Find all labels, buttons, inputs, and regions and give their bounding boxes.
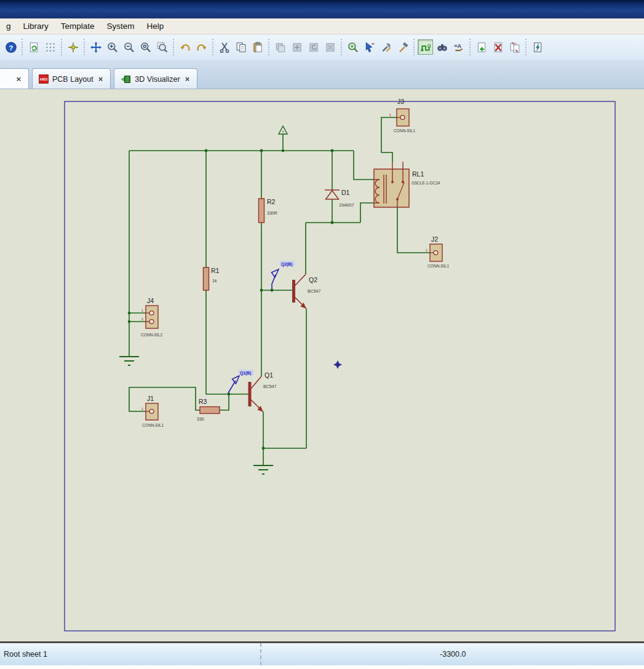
ground-symbol-left[interactable] xyxy=(119,357,139,365)
menu-item-system[interactable]: System xyxy=(101,20,141,33)
menu-item-template[interactable]: Template xyxy=(55,20,101,33)
component-rl1[interactable]: RL1 G5CLE-1-DC24 xyxy=(374,162,440,207)
wire-j1-loop[interactable] xyxy=(129,387,200,411)
ares-icon: ARES xyxy=(39,74,49,84)
zoom-in-button[interactable] xyxy=(105,39,120,55)
pick-button[interactable] xyxy=(395,39,410,55)
toolbar-separator xyxy=(212,39,213,55)
netlist-button[interactable] xyxy=(530,39,545,55)
tab-3d-visualizer[interactable]: 3D Visualizer × xyxy=(114,68,197,89)
tab-close-icon[interactable]: × xyxy=(184,74,191,84)
component-q1[interactable]: Q1 BC547 xyxy=(248,371,277,412)
power-symbol[interactable] xyxy=(279,126,287,134)
tab-schematic-partial[interactable]: × xyxy=(0,68,29,89)
block-move-button[interactable] xyxy=(289,39,304,55)
zoom-area-icon xyxy=(157,42,168,53)
wire-rail-to-coil[interactable] xyxy=(354,151,375,180)
origin-button[interactable] xyxy=(65,39,81,55)
tools-icon xyxy=(381,42,392,53)
menu-item-partial[interactable]: g xyxy=(0,20,17,33)
copy-button[interactable] xyxy=(233,39,248,55)
component-j2[interactable]: J2 CONN-SIL1 1 xyxy=(426,236,450,268)
wire-j3-to-relay[interactable] xyxy=(381,117,397,162)
copy-icon xyxy=(236,42,247,53)
component-j4[interactable]: J4 CONN-SIL2 1 2 xyxy=(141,297,163,337)
block-move-icon xyxy=(292,42,303,53)
redo-icon xyxy=(196,42,207,53)
wire-relay-to-j2[interactable] xyxy=(397,207,430,253)
tools-button[interactable] xyxy=(378,39,394,55)
svg-text:Q1(B): Q1(B) xyxy=(240,371,252,376)
toolbar-separator xyxy=(341,39,342,55)
component-r3[interactable]: R3 330 xyxy=(197,398,220,421)
zoom-area-button[interactable] xyxy=(154,39,170,55)
status-bar: Root sheet 1 -3300.0 xyxy=(0,643,644,665)
svg-text:Q1: Q1 xyxy=(264,371,273,379)
search-button[interactable] xyxy=(434,39,450,55)
toggle-grid-button[interactable] xyxy=(42,39,58,55)
svg-text:CONN-SIL1: CONN-SIL1 xyxy=(142,423,164,427)
svg-text:CONN-SIL1: CONN-SIL1 xyxy=(427,264,450,268)
svg-text:1N4007: 1N4007 xyxy=(339,203,354,207)
view-part-icon xyxy=(348,42,359,53)
undo-button[interactable] xyxy=(177,39,193,55)
title-bar xyxy=(0,0,644,18)
component-q2[interactable]: Q2 BC547 xyxy=(292,274,321,309)
new-sheet-icon xyxy=(476,42,487,53)
zoom-full-button[interactable] xyxy=(138,39,153,55)
menu-item-help[interactable]: Help xyxy=(141,20,170,33)
svg-text:CONN-SIL2: CONN-SIL2 xyxy=(141,333,163,337)
new-sheet-button[interactable] xyxy=(474,39,489,55)
wire-r3-right[interactable] xyxy=(220,394,229,410)
junction-dots xyxy=(128,149,334,450)
probe-q2b[interactable]: Q2(B) xyxy=(272,261,295,289)
svg-text:1: 1 xyxy=(389,113,392,117)
menu-item-library[interactable]: Library xyxy=(17,20,55,33)
component-j3[interactable]: J3 CONN-SIL1 1 xyxy=(389,98,416,133)
svg-text:J4: J4 xyxy=(147,297,154,304)
undo-icon xyxy=(180,42,191,53)
tab-pcb-layout[interactable]: ARES PCB Layout × xyxy=(32,68,111,89)
zoom-out-button[interactable] xyxy=(121,39,137,55)
schematic-drawing: R1 1k R2 330R R3 330 D1 1N4007 Q1 BC547 … xyxy=(0,89,644,641)
svg-text:1: 1 xyxy=(426,248,428,252)
svg-text:RL1: RL1 xyxy=(412,170,424,178)
svg-text:Q2(B): Q2(B) xyxy=(281,262,293,267)
svg-text:J2: J2 xyxy=(431,236,438,243)
ground-symbol-center[interactable] xyxy=(253,465,273,474)
svg-text:G5CLE-1-DC24: G5CLE-1-DC24 xyxy=(411,181,440,185)
goto-sheet-button[interactable] xyxy=(507,39,522,55)
pan-button[interactable] xyxy=(88,39,103,55)
redraw-button[interactable] xyxy=(26,39,41,55)
remove-sheet-button[interactable] xyxy=(490,39,506,55)
component-d1[interactable]: D1 1N4007 xyxy=(325,189,354,207)
search-icon xyxy=(437,42,448,53)
cut-button[interactable] xyxy=(217,39,232,55)
wire-autorouter-button[interactable] xyxy=(418,39,433,55)
block-rotate-button[interactable] xyxy=(306,39,321,55)
svg-text:R2: R2 xyxy=(267,198,276,205)
component-r2[interactable]: R2 330R xyxy=(259,198,277,223)
component-r1[interactable]: R1 1k xyxy=(204,267,220,290)
remove-sheet-icon xyxy=(493,42,504,53)
pan-icon xyxy=(90,42,101,53)
property-assignment-icon: =A xyxy=(453,42,464,53)
netlist-icon xyxy=(532,42,543,53)
svg-text:1: 1 xyxy=(141,407,144,411)
block-delete-button[interactable] xyxy=(322,39,338,55)
svg-text:BC547: BC547 xyxy=(263,384,277,389)
schematic-canvas[interactable]: R1 1k R2 330R R3 330 D1 1N4007 Q1 BC547 … xyxy=(0,89,644,641)
help-button[interactable]: ? xyxy=(3,39,18,55)
toolbar-separator xyxy=(61,39,62,55)
tab-close-icon[interactable]: × xyxy=(15,74,22,84)
property-assignment-button[interactable]: =A xyxy=(451,39,466,55)
toolbar-separator xyxy=(469,39,471,55)
redo-button[interactable] xyxy=(194,39,209,55)
view-part-button[interactable] xyxy=(345,39,360,55)
svg-text:R3: R3 xyxy=(199,398,207,405)
paste-button[interactable] xyxy=(250,39,265,55)
edit-part-button[interactable] xyxy=(362,39,377,55)
block-copy-button[interactable] xyxy=(272,39,288,55)
tab-close-icon[interactable]: × xyxy=(97,74,105,84)
paste-icon xyxy=(252,42,263,53)
